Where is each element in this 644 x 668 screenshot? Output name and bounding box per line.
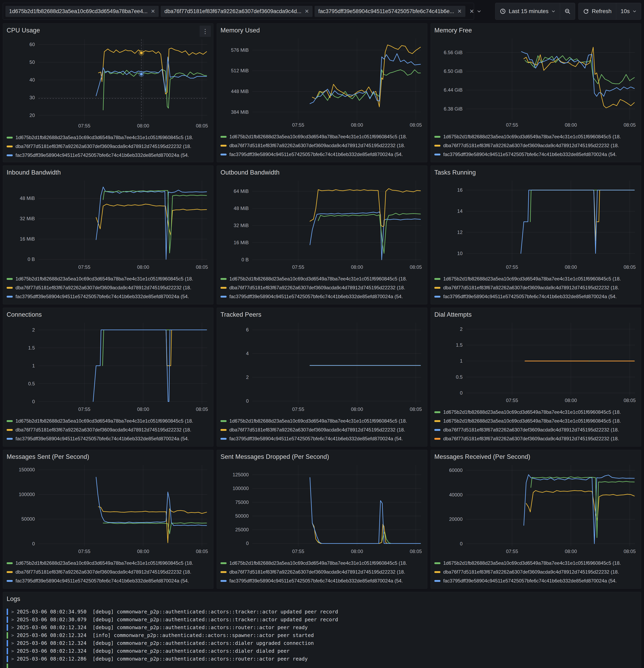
legend-item[interactable]: 1d675b2d1fb82688d23a5ea10c69cd3d6549a78b… — [6, 274, 210, 283]
legend-item[interactable]: fac3795dff39e58904c94511e57425057bfe6c74… — [6, 434, 210, 443]
remove-filter-icon[interactable]: ✕ — [457, 9, 462, 14]
refresh-group: Refresh 10s — [578, 3, 641, 20]
filter-tag[interactable]: 1d675b2d1fb82688d23a5ea10c69cd3d6549a78b… — [5, 6, 159, 17]
y-axis-label: 1.5 — [6, 345, 35, 351]
legend-item[interactable]: fac3795dff39e58904c94511e57425057bfe6c74… — [6, 576, 210, 585]
legend-item[interactable]: fac3795dff39e58904c94511e57425057bfe6c74… — [221, 292, 423, 301]
legend-item[interactable]: fac3795dff39e58904c94511e57425057bfe6c74… — [6, 151, 210, 160]
log-row[interactable]: >2025-03-06 08:02:12.286 [debug] commonw… — [6, 655, 638, 663]
chart-tasks-running[interactable]: 1012141607:5508:0008:05 — [434, 178, 638, 272]
y-axis-label: 150000 — [6, 467, 35, 472]
legend-item[interactable]: 1d675b2d1fb82688d23a5ea10c69cd3d6549a78b… — [6, 559, 210, 567]
refresh-interval-button[interactable]: 10s — [616, 3, 641, 19]
legend-item[interactable]: fac3795dff39e58904c94511e57425057bfe6c74… — [434, 292, 638, 301]
legend-item[interactable]: dba76f77d5181ef83f67a92262a6307def3609ac… — [6, 283, 210, 292]
log-row[interactable]: >2025-03-06 08:02:30.079 [debug] commonw… — [6, 616, 638, 623]
legend-item[interactable]: dba76f77d5181ef83f67a92262a6307def3609ac… — [6, 142, 210, 151]
panel-header: Sent Messages Dropped (Per Second) — [221, 453, 423, 462]
green-series-swatch — [221, 562, 227, 564]
legend-item[interactable]: 1d675b2d1fb82688d23a5ea10c69cd3d6549a78b… — [434, 274, 638, 283]
legend-item[interactable]: dba76f77d5181ef83f67a92262a6307def3609ac… — [6, 425, 210, 434]
log-expand-icon[interactable]: > — [11, 609, 14, 614]
chart-memory-used[interactable]: 384 MiB448 MiB512 MiB576 MiB07:5508:0008… — [221, 36, 423, 130]
refresh-button[interactable]: Refresh — [579, 3, 616, 19]
filter-tags-container: 1d675b2d1fb82688d23a5ea10c69cd3d6549a78b… — [3, 3, 474, 20]
legend-label: fac3795dff39e58904c94511e57425057bfe6c74… — [229, 152, 403, 157]
legend-item[interactable]: 1d675b2d1fb82688d23a5ea10c69cd3d6549a78b… — [6, 416, 210, 425]
legend-item[interactable]: 1d675b2d1fb82688d23a5ea10c69cd3d6549a78b… — [221, 274, 423, 283]
chart-dial-attempts[interactable]: 00.511.5207:5508:0008:05 — [434, 320, 638, 406]
log-expand-icon[interactable]: > — [11, 641, 14, 646]
chart-cpu-usage[interactable]: 203040506007:5508:0008:05 — [6, 36, 210, 131]
panel-title: Messages Sent (Per Second) — [6, 453, 89, 460]
filter-tag[interactable]: dba76f77d5181ef83f67a92262a6307def3609ac… — [161, 6, 313, 17]
chart-connections[interactable]: 00.511.5207:5508:0008:05 — [6, 320, 210, 414]
zoom-out-button[interactable] — [560, 3, 575, 19]
log-expand-icon[interactable]: > — [11, 656, 14, 662]
log-row[interactable]: >2025-03-06 08:02:12.324 [info] commonwa… — [6, 631, 638, 639]
chart-memory-free[interactable]: 6.38 GiB6.44 GiB6.50 GiB6.56 GiB07:5508:… — [434, 36, 638, 130]
legend-item[interactable]: fac3795dff39e58904c94511e57425057bfe6c74… — [221, 434, 423, 443]
legend-item[interactable]: dba76f77d5181ef83f67a92262a6307def3609ac… — [221, 283, 423, 292]
log-level-bar-debug — [6, 656, 8, 662]
panel-header: Messages Sent (Per Second) — [6, 453, 210, 462]
legend-item[interactable]: fac3795dff39e58904c94511e57425057bfe6c74… — [221, 576, 423, 585]
legend-item[interactable]: fac3795dff39e58904c94511e57425057bfe6c74… — [434, 150, 638, 159]
legend: 1d675b2d1fb82688d23a5ea10c69cd3d6549a78b… — [221, 274, 423, 301]
legend-item[interactable]: dba76f77d5181ef83f67a92262a6307def3609ac… — [6, 567, 210, 576]
log-expand-icon[interactable]: > — [11, 625, 14, 630]
log-row[interactable]: >2025-03-06 08:02:34.950 [debug] commonw… — [6, 608, 638, 616]
legend-item[interactable]: 1d675b2d1fb82688d23a5ea10c69cd3d6549a78b… — [434, 416, 638, 425]
x-axis-label: 07:55 — [78, 123, 90, 128]
log-message: 2025-03-06 08:02:12.324 [debug] commonwa… — [17, 640, 314, 646]
log-row[interactable]: >2025-03-06 08:02:12.324 [debug] commonw… — [6, 647, 638, 655]
remove-filter-icon[interactable]: ✕ — [151, 9, 155, 14]
log-rows: >2025-03-06 08:02:34.950 [debug] commonw… — [6, 608, 638, 668]
log-expand-icon[interactable]: > — [11, 649, 14, 653]
legend-item[interactable]: 1d675b2d1fb82688d23a5ea10c69cd3d6549a78b… — [434, 408, 638, 416]
y-axis-label: 125000 — [221, 472, 249, 477]
legend-label: dba76f77d5181ef83f67a92262a6307def3609ac… — [443, 143, 619, 148]
legend-item[interactable]: fac3795dff39e58904c94511e57425057bfe6c74… — [6, 292, 210, 301]
chart-svg — [434, 36, 638, 130]
time-range-button[interactable]: Last 15 minutes — [495, 3, 560, 19]
log-row[interactable] — [6, 663, 638, 668]
log-row[interactable]: >2025-03-06 08:02:12.324 [debug] commonw… — [6, 623, 638, 631]
chevron-down-icon[interactable] — [477, 9, 481, 14]
legend-item[interactable]: 1d675b2d1fb82688d23a5ea10c69cd3d6549a78b… — [221, 416, 423, 425]
panel-menu-button[interactable]: ⋮ — [199, 26, 211, 37]
chart-inbound-bandwidth[interactable]: 0 B16 MiB32 MiB48 MiB07:5508:0008:05 — [6, 178, 210, 272]
legend-item[interactable]: 1d675b2d1fb82688d23a5ea10c69cd3d6549a78b… — [6, 133, 210, 142]
legend-item[interactable]: 1d675b2d1fb82688d23a5ea10c69cd3d6549a78b… — [221, 132, 423, 141]
blue-series-swatch — [221, 580, 227, 582]
legend-item[interactable]: 1d675b2d1fb82688d23a5ea10c69cd3d6549a78b… — [434, 559, 638, 567]
log-expand-icon[interactable]: > — [11, 633, 14, 638]
green-series-swatch — [6, 562, 13, 564]
chart-tracked-peers[interactable]: 024607:5508:0008:05 — [221, 320, 423, 414]
log-expand-icon[interactable]: > — [11, 617, 14, 622]
y-axis-label: 64 MiB — [221, 188, 249, 194]
legend-item[interactable]: dba76f77d5181ef83f67a92262a6307def3609ac… — [221, 141, 423, 150]
legend-item[interactable]: fac3795dff39e58904c94511e57425057bfe6c74… — [434, 576, 638, 585]
blue-series-line — [96, 187, 207, 259]
legend-item[interactable]: dba76f77d5181ef83f67a92262a6307def3609ac… — [221, 425, 423, 434]
legend-item[interactable]: 1d675b2d1fb82688d23a5ea10c69cd3d6549a78b… — [221, 559, 423, 567]
legend-item[interactable]: dba76f77d5181ef83f67a92262a6307def3609ac… — [434, 567, 638, 576]
clear-filters-icon[interactable]: ✕ — [469, 8, 474, 15]
legend-item[interactable]: 1d675b2d1fb82688d23a5ea10c69cd3d6549a78b… — [434, 132, 638, 141]
chart-outbound-bandwidth[interactable]: 0 B16 MiB32 MiB48 MiB64 MiB07:5508:0008:… — [221, 178, 423, 272]
chart-messages-sent[interactable]: 05000010000015000007:5508:0008:05 — [6, 462, 210, 557]
legend-item[interactable]: fac3795dff39e58904c94511e57425057bfe6c74… — [221, 150, 423, 159]
legend-item[interactable]: dba76f77d5181ef83f67a92262a6307def3609ac… — [221, 567, 423, 576]
legend-item[interactable]: dba76f77d5181ef83f67a92262a6307def3609ac… — [434, 141, 638, 150]
filter-tag[interactable]: fac3795dff39e58904c94511e57425057bfe6c74… — [315, 6, 465, 17]
chart-messages-received[interactable]: 020000400006000007:5508:0008:05 — [434, 462, 638, 557]
y-axis-label: 0 B — [6, 257, 35, 262]
log-row[interactable]: >2025-03-06 08:02:12.324 [debug] commonw… — [6, 639, 638, 647]
legend-item[interactable]: dba76f77d5181ef83f67a92262a6307def3609ac… — [434, 283, 638, 292]
chart-sent-messages-dropped[interactable]: 025000500007500010000012500007:5508:0008… — [221, 462, 423, 557]
legend: 1d675b2d1fb82688d23a5ea10c69cd3d6549a78b… — [221, 132, 423, 159]
remove-filter-icon[interactable]: ✕ — [305, 9, 309, 14]
legend-item[interactable]: dba76f77d5181ef83f67a92262a6307def3609ac… — [434, 434, 638, 443]
legend-item[interactable]: dba76f77d5181ef83f67a92262a6307def3609ac… — [434, 425, 638, 434]
